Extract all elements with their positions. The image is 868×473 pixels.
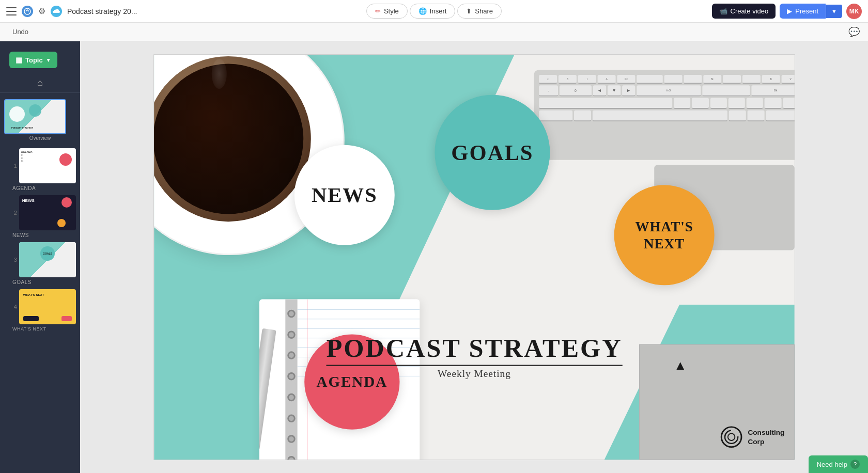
consulting-logo: ConsultingCorp <box>719 424 784 450</box>
topbar: ⚙ Podcast strategy 20... ✏ Style 🌐 Inser… <box>0 0 868 23</box>
topbar-center: ✏ Style 🌐 Insert ⬆ Share <box>366 4 502 19</box>
insert-icon: 🌐 <box>419 7 427 15</box>
slide-row-4: 4 WHAT'S NEXT <box>10 289 76 324</box>
style-icon: ✏ <box>375 7 381 15</box>
present-button[interactable]: ▶ Present <box>780 4 826 19</box>
insert-label: Insert <box>430 7 447 15</box>
svg-point-5 <box>724 431 737 444</box>
goals-circle: GOALS <box>435 95 550 210</box>
overview-slide-item[interactable]: PODCAST STRATEGY Overview <box>4 99 76 144</box>
slide-number-2: 2 <box>10 210 17 216</box>
avatar[interactable]: MK <box>846 4 862 19</box>
help-icon: ? <box>850 460 860 469</box>
main-subtitle: Weekly Meeting <box>326 368 622 379</box>
share-label: Share <box>475 7 493 15</box>
need-help-label: Need help <box>817 461 847 468</box>
menu-icon[interactable] <box>6 7 17 15</box>
slide-number-1: 1 <box>10 163 17 169</box>
slide-label-3: GOALS <box>10 278 80 287</box>
share-button[interactable]: ⬆ Share <box>457 4 502 19</box>
undo-button[interactable]: Undo <box>8 26 33 38</box>
style-label: Style <box>384 7 399 15</box>
topic-icon: ▦ <box>16 56 22 64</box>
slide-label-2: NEWS <box>10 231 80 240</box>
topbar-right: 📹 Create video ▶ Present ▼ MK <box>508 4 862 19</box>
slide-number-4: 4 <box>10 304 17 310</box>
coffee-cup <box>153 56 311 222</box>
main-title: PODCAST STRATEGY <box>326 333 622 362</box>
insert-button[interactable]: 🌐 Insert <box>410 4 456 19</box>
slide-thumb-4[interactable]: WHAT'S NEXT <box>19 289 76 324</box>
topic-button[interactable]: ▦ Topic ▼ <box>9 52 57 68</box>
svg-point-0 <box>24 8 30 14</box>
topbar-left: ⚙ Podcast strategy 20... <box>6 6 360 17</box>
home-icon[interactable]: ⌂ <box>37 77 43 88</box>
overview-label: Overview <box>4 134 76 144</box>
settings-icon[interactable]: ⚙ <box>38 6 45 16</box>
create-video-label: Create video <box>731 7 769 15</box>
style-button[interactable]: ✏ Style <box>366 4 408 19</box>
whats-next-text: WHAT'SNEXT <box>635 218 693 252</box>
share-icon: ⬆ <box>466 7 472 15</box>
title-line <box>326 365 622 366</box>
slide-thumb-2[interactable]: NEWS <box>19 195 76 230</box>
pen <box>259 328 276 449</box>
whats-next-circle: WHAT'SNEXT <box>614 185 714 285</box>
slide-label-1: AGENDA <box>10 184 80 193</box>
topic-label: Topic <box>25 56 43 64</box>
video-icon: 📹 <box>719 7 727 15</box>
chat-icon-button[interactable]: 💬 <box>848 26 860 38</box>
news-text: NEWS <box>311 183 377 207</box>
home-area: ⌂ <box>0 75 80 93</box>
slide-row-1: 1 AGENDA 01 02 03 <box>10 148 76 183</box>
main-title-area: PODCAST STRATEGY Weekly Meeting <box>326 333 622 379</box>
logo-swirl-icon <box>719 424 744 450</box>
goals-text: GOALS <box>451 140 533 165</box>
overview-thumb: PODCAST STRATEGY <box>4 99 66 134</box>
secondbar: Undo 💬 <box>0 23 868 41</box>
svg-point-6 <box>727 433 735 440</box>
present-label: Present <box>795 7 818 15</box>
slide-canvas[interactable]: ε 5 t A Pc M B V - 0 ◄ <box>153 54 795 460</box>
news-circle: NEWS <box>294 145 394 245</box>
canvas-area: ε 5 t A Pc M B V - 0 ◄ <box>80 41 868 473</box>
play-icon: ▶ <box>787 7 792 15</box>
chat-icon: 💬 <box>848 27 860 37</box>
slide-number-3: 3 <box>10 257 17 263</box>
cloud-icon[interactable] <box>51 6 62 17</box>
present-dropdown[interactable]: ▼ <box>826 5 842 18</box>
slide-row-3: 3 GOALS <box>10 242 76 277</box>
slide-label-4: WHAT'S NEXT <box>10 325 80 334</box>
main-layout: ▦ Topic ▼ ⌂ PODCAST STRATEGY Overview 1 <box>0 41 868 473</box>
need-help-button[interactable]: Need help ? <box>809 455 868 473</box>
keyboard: ε 5 t A Pc M B V - 0 ◄ <box>534 70 795 160</box>
create-video-button[interactable]: 📹 Create video <box>712 4 776 19</box>
slide-row-2: 2 NEWS <box>10 195 76 230</box>
slide-thumb-3[interactable]: GOALS <box>19 242 76 277</box>
sidebar: ▦ Topic ▼ ⌂ PODCAST STRATEGY Overview 1 <box>0 41 80 473</box>
logo-text: ConsultingCorp <box>748 428 784 446</box>
topic-dropdown-arrow: ▼ <box>46 57 51 63</box>
app-logo <box>22 6 33 17</box>
slide-thumb-1[interactable]: AGENDA 01 02 03 <box>19 148 76 183</box>
doc-title: Podcast strategy 20... <box>67 7 137 15</box>
present-button-group: ▶ Present ▼ <box>780 4 842 19</box>
